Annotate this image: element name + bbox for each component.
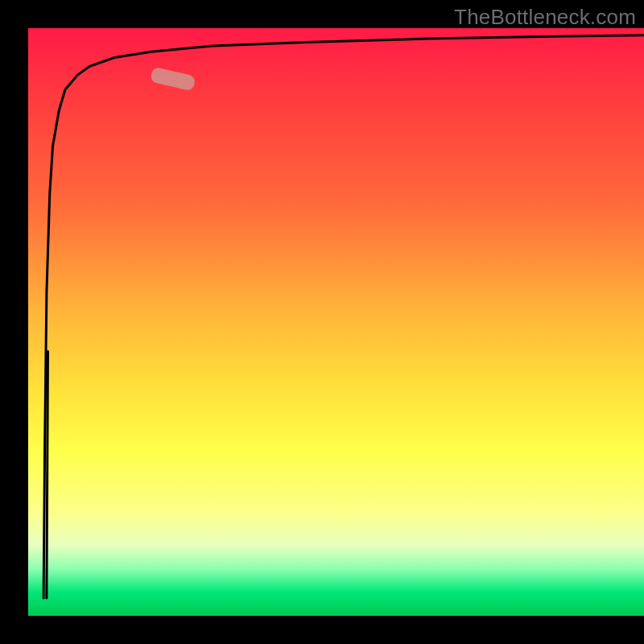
svg-rect-0 [150,67,196,92]
chart-stage: TheBottleneck.com [0,0,644,644]
bottleneck-curve [43,35,644,598]
attribution-text: TheBottleneck.com [454,5,636,30]
curve-layer [28,28,644,616]
highlight-pill [150,67,196,92]
drop-line [47,352,48,599]
